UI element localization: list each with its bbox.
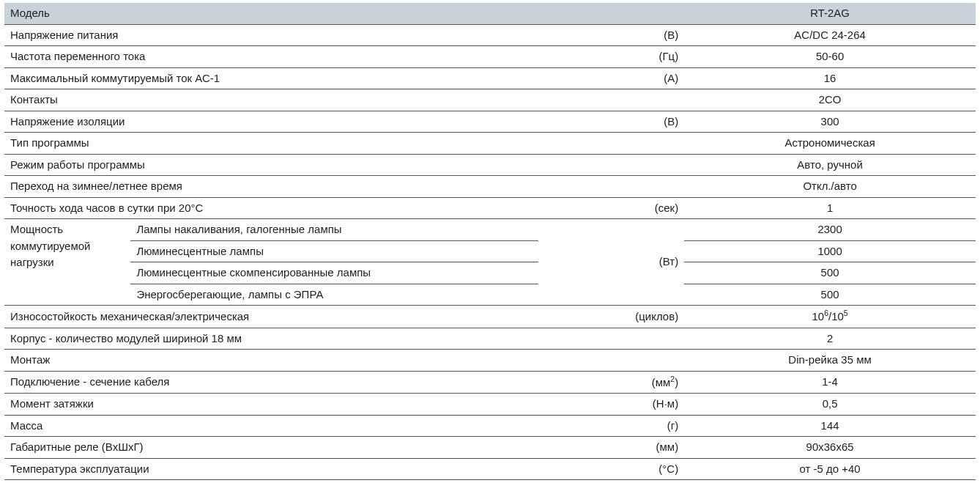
row-label: Точность хода часов в сутки при 20°С — [4, 197, 538, 219]
row-unit: (мм2) — [538, 371, 684, 394]
row-value: 2 — [684, 328, 976, 350]
row-value: 106/105 — [684, 306, 976, 328]
row-value: Откл./авто — [684, 176, 976, 198]
table-row: Энергосберегающие, лампы с ЭПРА 500 — [4, 284, 976, 306]
table-row: Допустимая влажность воздуха при 40°С(%)… — [4, 480, 976, 484]
row-unit: (А) — [538, 67, 684, 89]
power-value: 1000 — [684, 240, 976, 262]
row-label: Контакты — [4, 89, 538, 111]
row-unit: (Гц) — [538, 46, 684, 68]
row-value: 1-4 — [684, 371, 976, 394]
table-row: Корпус - количество модулей шириной 18 м… — [4, 328, 976, 350]
row-unit — [538, 89, 684, 111]
row-unit: (циклов) — [538, 306, 684, 328]
table-row: Габаритные реле (ВхШхГ)(мм)90x36x65 — [4, 437, 976, 459]
row-unit — [538, 176, 684, 198]
row-unit — [538, 350, 684, 372]
table-row: Подключение - сечение кабеля (мм2) 1-4 — [4, 371, 976, 394]
power-value: 500 — [684, 262, 976, 284]
row-unit — [538, 328, 684, 350]
table-row: Режим работы программыАвто, ручной — [4, 154, 976, 176]
row-value: 16 — [684, 67, 976, 89]
row-label: Максимальный коммутируемый ток АС-1 — [4, 67, 538, 89]
row-value: 0,5 — [684, 394, 976, 416]
row-unit: (г) — [538, 415, 684, 437]
power-unit: (Вт) — [538, 219, 684, 306]
row-label: Износостойкость механическая/электрическ… — [4, 306, 538, 328]
power-sub-label: Энергосберегающие, лампы с ЭПРА — [130, 284, 538, 306]
table-row: Износостойкость механическая/электрическ… — [4, 306, 976, 328]
row-value: Не более 50 — [684, 480, 976, 484]
table-row: МонтажDin-рейка 35 мм — [4, 350, 976, 372]
row-label: Переход на зимнее/летнее время — [4, 176, 538, 198]
table-row: Переход на зимнее/летнее времяОткл./авто — [4, 176, 976, 198]
table-row: Люминесцентные лампы 1000 — [4, 240, 976, 262]
row-unit — [538, 133, 684, 155]
row-label: Габаритные реле (ВхШхГ) — [4, 437, 538, 459]
table-row: Напряжение изоляции(В)300 — [4, 111, 976, 133]
row-label: Напряжение питания — [4, 24, 538, 46]
row-value: от -5 до +40 — [684, 458, 976, 480]
row-value: 50-60 — [684, 46, 976, 68]
table-row: Температура эксплуатации(°С)от -5 до +40 — [4, 458, 976, 480]
power-sub-label: Люминесцентные лампы — [130, 240, 538, 262]
header-model-label: Модель — [4, 3, 684, 24]
power-value: 500 — [684, 284, 976, 306]
row-label: Корпус - количество модулей шириной 18 м… — [4, 328, 538, 350]
row-label: Монтаж — [4, 350, 538, 372]
row-value: 1 — [684, 197, 976, 219]
spec-table: Модель RT-2AG Напряжение питания(В)AC/DC… — [4, 3, 976, 483]
row-label: Температура эксплуатации — [4, 458, 538, 480]
row-label: Частота переменного тока — [4, 46, 538, 68]
row-unit — [538, 154, 684, 176]
row-label: Масса — [4, 415, 538, 437]
header-row: Модель RT-2AG — [4, 3, 976, 24]
row-unit: (°С) — [538, 458, 684, 480]
row-label: Режим работы программы — [4, 154, 538, 176]
power-value: 2300 — [684, 219, 976, 241]
row-value: 300 — [684, 111, 976, 133]
table-row: Частота переменного тока(Гц)50-60 — [4, 46, 976, 68]
row-unit: (%) — [538, 480, 684, 484]
row-label: Подключение - сечение кабеля — [4, 371, 538, 394]
table-row: Люминесцентные скомпенсированные лампы 5… — [4, 262, 976, 284]
table-row: Напряжение питания(В)AC/DC 24-264 — [4, 24, 976, 46]
row-value: 90x36x65 — [684, 437, 976, 459]
header-model-value: RT-2AG — [684, 3, 976, 24]
row-label: Тип программы — [4, 133, 538, 155]
row-unit: (В) — [538, 24, 684, 46]
power-group-label: Мощность коммутируемой нагрузки — [4, 219, 130, 306]
table-row: Тип программыАстрономическая — [4, 133, 976, 155]
row-unit: (Н·м) — [538, 394, 684, 416]
table-row: Точность хода часов в сутки при 20°С(сек… — [4, 197, 976, 219]
row-value: Астрономическая — [684, 133, 976, 155]
row-value: Авто, ручной — [684, 154, 976, 176]
row-label: Допустимая влажность воздуха при 40°С — [4, 480, 538, 484]
power-sub-label: Люминесцентные скомпенсированные лампы — [130, 262, 538, 284]
row-label: Напряжение изоляции — [4, 111, 538, 133]
row-value: AC/DC 24-264 — [684, 24, 976, 46]
row-value: 2CO — [684, 89, 976, 111]
table-row: Масса(г)144 — [4, 415, 976, 437]
row-label: Момент затяжки — [4, 394, 538, 416]
row-unit: (В) — [538, 111, 684, 133]
row-value: Din-рейка 35 мм — [684, 350, 976, 372]
table-row: Момент затяжки(Н·м)0,5 — [4, 394, 976, 416]
table-row: Контакты2CO — [4, 89, 976, 111]
row-unit: (мм) — [538, 437, 684, 459]
table-row: Мощность коммутируемой нагрузки Лампы на… — [4, 219, 976, 241]
power-sub-label: Лампы накаливания, галогенные лампы — [130, 219, 538, 241]
row-value: 144 — [684, 415, 976, 437]
table-row: Максимальный коммутируемый ток АС-1(А)16 — [4, 67, 976, 89]
row-unit: (сек) — [538, 197, 684, 219]
